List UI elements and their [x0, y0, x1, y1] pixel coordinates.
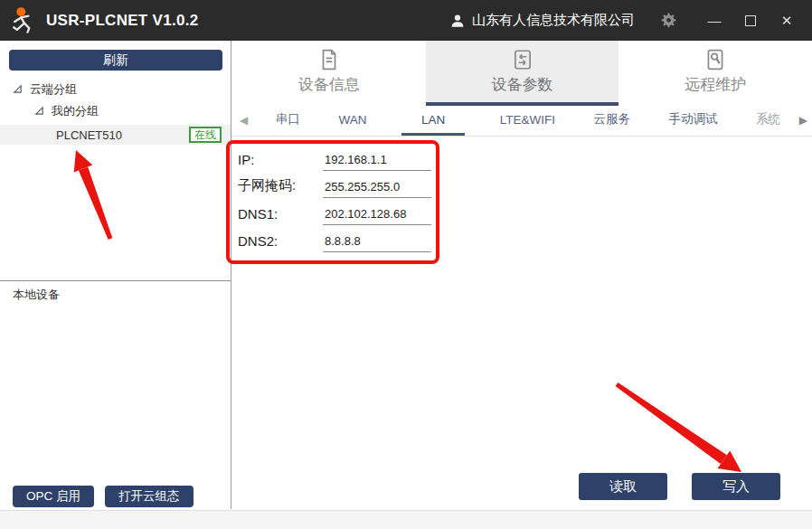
write-button[interactable]: 写入 — [692, 473, 780, 500]
tree-expand-icon — [13, 84, 23, 94]
dns2-label: DNS2: — [238, 233, 323, 252]
local-devices-label: 本地设备 — [13, 287, 60, 303]
tab-device-params[interactable]: 设备参数 — [426, 41, 619, 106]
form-row-subnet: 子网掩码: — [238, 171, 431, 198]
opc-enable-button[interactable]: OPC 启用 — [13, 486, 94, 507]
app-title: USR-PLCNET V1.0.2 — [46, 12, 199, 30]
ip-input[interactable] — [323, 153, 431, 171]
title-bar: USR-PLCNET V1.0.2 山东有人信息技术有限公司 — ✕ — [0, 0, 812, 41]
dns1-label: DNS1: — [238, 206, 323, 225]
subtab-lan[interactable]: LAN — [401, 106, 465, 136]
account-name: 山东有人信息技术有限公司 — [472, 12, 635, 29]
subtab-cloud-service[interactable]: 云服务 — [590, 106, 634, 136]
tree-node-device-plcnet510[interactable]: PLCNET510 在线 — [0, 125, 231, 145]
tab-remote-maintenance[interactable]: 远程维护 — [618, 41, 812, 106]
open-cloud-scada-button[interactable]: 打开云组态 — [105, 486, 194, 507]
main-tab-bar: 设备信息 设备参数 远程维护 — [232, 41, 812, 106]
device-sidebar: 刷新 云端分组 我的分组 PLCNET510 在线 本地设备 OPC 启用 打开… — [0, 41, 231, 509]
device-tree: 云端分组 我的分组 PLCNET510 在线 — [0, 80, 231, 145]
read-button[interactable]: 读取 — [579, 473, 667, 500]
usr-logo-icon — [7, 5, 40, 37]
settings-gear-icon[interactable] — [655, 7, 682, 34]
subtab-manual-debug[interactable]: 手动调试 — [665, 106, 721, 136]
account-menu[interactable]: 山东有人信息技术有限公司 — [449, 12, 635, 29]
tree-node-label: 云端分组 — [30, 81, 77, 98]
tab-device-info[interactable]: 设备信息 — [232, 41, 426, 106]
subtab-scroll-left-icon[interactable]: ◀ — [240, 114, 248, 127]
tree-node-my-group[interactable]: 我的分组 — [0, 101, 231, 120]
dns1-input[interactable] — [323, 207, 431, 225]
maximize-icon — [745, 15, 756, 26]
subtab-system[interactable]: 系统 — [752, 106, 785, 136]
subtab-serial[interactable]: 串口 — [272, 106, 304, 136]
form-row-ip: IP: — [238, 144, 431, 171]
tab-label: 远程维护 — [685, 74, 746, 95]
tree-node-cloud-group[interactable]: 云端分组 — [0, 80, 231, 99]
sidebar-divider — [0, 280, 231, 281]
online-status-badge: 在线 — [189, 127, 222, 143]
subtab-lte-wifi[interactable]: LTE&WIFI — [496, 106, 559, 136]
tree-node-label: 我的分组 — [52, 103, 99, 119]
form-row-dns2: DNS2: — [238, 225, 431, 252]
status-bar — [0, 510, 812, 529]
minimize-button[interactable]: — — [696, 6, 732, 35]
user-icon — [449, 13, 466, 29]
tab-label: 设备信息 — [298, 74, 360, 95]
form-row-dns1: DNS1: — [238, 198, 431, 225]
main-panel: 设备信息 设备参数 远程维护 ◀ 串口 WAN LAN LTE&WIFI 云服务… — [232, 41, 812, 509]
tree-expand-icon — [34, 106, 44, 116]
transfer-icon — [511, 48, 534, 71]
close-button[interactable]: ✕ — [769, 6, 805, 35]
document-icon — [317, 48, 341, 71]
subtab-wan[interactable]: WAN — [335, 106, 370, 136]
tab-label: 设备参数 — [492, 74, 553, 95]
refresh-button[interactable]: 刷新 — [9, 50, 222, 71]
subnet-mask-label: 子网掩码: — [238, 177, 323, 198]
lan-settings-form: IP: 子网掩码: DNS1: DNS2: — [238, 144, 431, 252]
sub-tab-bar: ◀ 串口 WAN LAN LTE&WIFI 云服务 手动调试 系统 ▶ — [232, 106, 812, 137]
ip-label: IP: — [238, 152, 323, 171]
subtab-scroll-right-icon[interactable]: ▶ — [799, 114, 807, 127]
subnet-mask-input[interactable] — [323, 180, 431, 198]
maximize-button[interactable] — [732, 6, 769, 35]
wrench-icon — [703, 48, 727, 71]
dns2-input[interactable] — [323, 234, 431, 252]
device-name: PLCNET510 — [56, 128, 122, 142]
